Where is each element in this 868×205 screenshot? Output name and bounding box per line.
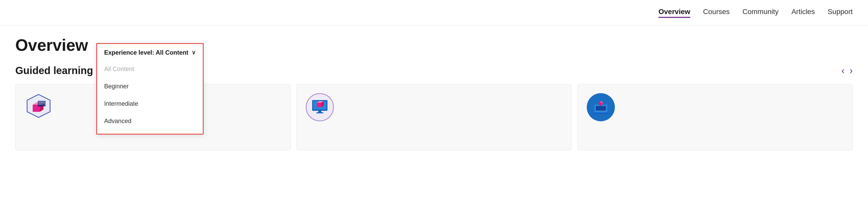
circle-pink-icon bbox=[306, 93, 334, 121]
dropdown-option-advanced[interactable]: Advanced bbox=[97, 112, 203, 130]
nav-item-courses[interactable]: Courses bbox=[703, 8, 730, 18]
hex-icon bbox=[25, 93, 53, 121]
dropdown-option-intermediate[interactable]: Intermediate bbox=[97, 95, 203, 112]
main-content: Overview Experience level: All Content ∨… bbox=[0, 26, 868, 205]
next-arrow-button[interactable]: › bbox=[849, 65, 853, 76]
nav-item-articles[interactable]: Articles bbox=[792, 8, 815, 18]
page-title: Overview bbox=[15, 36, 88, 55]
dropdown-label: Experience level: All Content bbox=[104, 49, 188, 56]
svg-rect-21 bbox=[593, 113, 609, 114]
dropdown-trigger[interactable]: Experience level: All Content ∨ bbox=[97, 44, 203, 60]
section-title: Guided learning bbox=[15, 65, 93, 76]
top-nav: Overview Courses Community Articles Supp… bbox=[0, 0, 868, 26]
card-1-icon-wrapper bbox=[23, 92, 54, 123]
svg-rect-14 bbox=[316, 112, 323, 113]
nav-item-overview[interactable]: Overview bbox=[658, 8, 690, 18]
dropdown-menu: Experience level: All Content ∨ All Cont… bbox=[96, 43, 204, 135]
card-2-icon-wrapper bbox=[305, 92, 335, 123]
svg-rect-4 bbox=[38, 101, 45, 106]
card-2[interactable] bbox=[297, 84, 572, 150]
nav-arrows: ‹ › bbox=[841, 65, 853, 76]
blue-circle-icon bbox=[587, 93, 615, 121]
card-3-icon-wrapper bbox=[586, 92, 616, 123]
svg-rect-10 bbox=[317, 103, 321, 107]
svg-rect-13 bbox=[318, 111, 321, 112]
page-header-row: Overview Experience level: All Content ∨… bbox=[15, 36, 853, 55]
svg-rect-17 bbox=[596, 106, 606, 110]
nav-items: Overview Courses Community Articles Supp… bbox=[658, 8, 853, 18]
dropdown-option-all[interactable]: All Content bbox=[97, 60, 203, 78]
dropdown-option-beginner[interactable]: Beginner bbox=[97, 78, 203, 95]
nav-item-support[interactable]: Support bbox=[828, 8, 853, 18]
card-3[interactable] bbox=[578, 84, 853, 150]
chevron-down-icon: ∨ bbox=[192, 49, 196, 56]
nav-item-community[interactable]: Community bbox=[743, 8, 779, 18]
prev-arrow-button[interactable]: ‹ bbox=[841, 65, 844, 76]
page-container: Overview Courses Community Articles Supp… bbox=[0, 0, 868, 205]
